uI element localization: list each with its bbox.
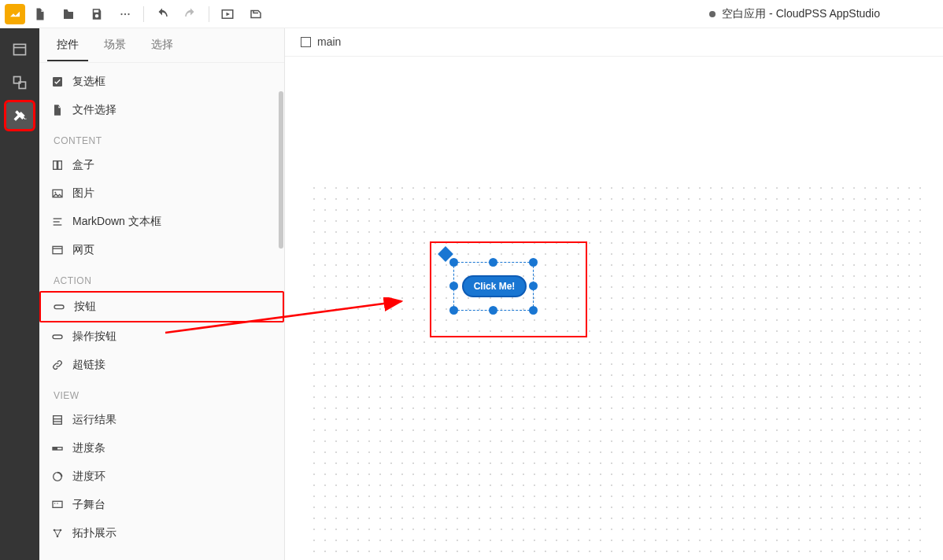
markdown-icon xyxy=(50,215,65,229)
resize-handle-bm[interactable] xyxy=(489,306,497,315)
topo-icon xyxy=(50,526,65,540)
svg-rect-21 xyxy=(54,416,62,425)
ring-icon xyxy=(50,470,65,484)
new-file-icon[interactable] xyxy=(27,1,54,28)
redo-icon[interactable] xyxy=(177,1,204,28)
resize-handle-tm[interactable] xyxy=(489,258,497,267)
svg-rect-11 xyxy=(58,161,62,170)
widget-markdown[interactable]: MarkDown 文本框 xyxy=(39,208,284,236)
widget-topology[interactable]: 拓扑展示 xyxy=(39,519,284,547)
svg-rect-19 xyxy=(54,305,64,309)
title-bar: 空白应用 - CloudPSS AppStudio xyxy=(0,0,943,28)
save-icon[interactable] xyxy=(83,1,110,28)
progress-icon xyxy=(50,441,65,455)
resize-handle-bl[interactable] xyxy=(449,306,458,315)
tab-scenes[interactable]: 场景 xyxy=(94,30,135,61)
activity-bar xyxy=(0,28,39,560)
tab-main[interactable]: main xyxy=(290,29,352,56)
selected-widget[interactable]: Click Me! xyxy=(453,262,534,311)
svg-rect-20 xyxy=(53,335,62,339)
button-instance[interactable]: Click Me! xyxy=(462,275,527,297)
tab-widgets[interactable]: 控件 xyxy=(47,30,88,61)
widget-progress-bar[interactable]: 进度条 xyxy=(39,434,284,462)
link-icon xyxy=(50,358,65,372)
group-action: ACTION xyxy=(39,264,284,291)
design-canvas[interactable] xyxy=(309,182,930,560)
undo-icon[interactable] xyxy=(149,1,176,28)
app-logo xyxy=(5,4,25,24)
widget-file-select[interactable]: 文件选择 xyxy=(39,96,284,124)
image-icon xyxy=(50,186,65,201)
open-folder-icon[interactable] xyxy=(55,1,82,28)
title-text: 空白应用 - CloudPSS AppStudio xyxy=(722,7,880,21)
widget-progress-ring[interactable]: 进度环 xyxy=(39,462,284,491)
rail-pages-icon[interactable] xyxy=(6,36,33,63)
svg-point-1 xyxy=(124,13,126,14)
svg-point-2 xyxy=(128,13,129,14)
widget-panel: 控件 场景 选择 复选框 文件选择 CONTENT 盒子 图片 MarkDown… xyxy=(39,28,285,560)
preview-icon[interactable] xyxy=(214,1,241,28)
run-icon[interactable] xyxy=(242,1,269,28)
svg-rect-17 xyxy=(53,246,62,253)
rail-assets-icon[interactable] xyxy=(6,69,33,96)
svg-point-13 xyxy=(54,192,56,193)
webpage-icon xyxy=(50,243,65,257)
tab-select[interactable]: 选择 xyxy=(142,30,183,61)
svg-rect-27 xyxy=(53,501,62,507)
button-icon xyxy=(50,330,65,344)
widget-webpage[interactable]: 网页 xyxy=(39,236,284,264)
page-icon xyxy=(301,37,311,47)
widget-button[interactable]: 按钮 xyxy=(39,291,284,322)
scrollbar-thumb[interactable] xyxy=(279,91,283,249)
svg-point-0 xyxy=(120,13,122,14)
widget-action-button[interactable]: 操作按钮 xyxy=(39,322,284,351)
svg-point-29 xyxy=(57,503,57,503)
widget-image[interactable]: 图片 xyxy=(39,179,284,208)
modified-dot-icon xyxy=(709,11,716,17)
file-icon xyxy=(50,103,65,117)
checkbox-icon xyxy=(50,75,65,89)
group-view: VIEW xyxy=(39,379,284,406)
widget-sub-stage[interactable]: 子舞台 xyxy=(39,491,284,519)
button-icon xyxy=(52,300,66,314)
rail-widgets-icon[interactable] xyxy=(6,102,33,129)
resize-handle-tl[interactable] xyxy=(449,258,458,267)
resize-handle-mr[interactable] xyxy=(529,282,538,290)
resize-handle-ml[interactable] xyxy=(449,282,458,290)
more-menu-icon[interactable] xyxy=(112,1,139,28)
svg-rect-25 xyxy=(53,448,57,450)
result-icon xyxy=(50,413,65,427)
svg-marker-4 xyxy=(227,12,231,16)
resize-handle-tr[interactable] xyxy=(529,258,538,267)
document-tabs: main xyxy=(285,28,943,57)
main-area: main xyxy=(285,28,943,560)
svg-rect-5 xyxy=(14,44,26,54)
box-icon xyxy=(50,158,65,172)
widget-list: 复选框 文件选择 CONTENT 盒子 图片 MarkDown 文本框 网页 A… xyxy=(39,63,284,560)
svg-rect-10 xyxy=(54,161,57,170)
widget-checkbox[interactable]: 复选框 xyxy=(39,68,284,96)
resize-handle-br[interactable] xyxy=(529,306,538,315)
window-title: 空白应用 - CloudPSS AppStudio xyxy=(709,7,943,21)
svg-point-28 xyxy=(54,503,55,503)
widget-result[interactable]: 运行结果 xyxy=(39,406,284,434)
widget-box[interactable]: 盒子 xyxy=(39,151,284,179)
widget-hyperlink[interactable]: 超链接 xyxy=(39,351,284,379)
group-content: CONTENT xyxy=(39,124,284,151)
side-tabs: 控件 场景 选择 xyxy=(39,28,284,63)
stage-icon xyxy=(50,498,65,512)
